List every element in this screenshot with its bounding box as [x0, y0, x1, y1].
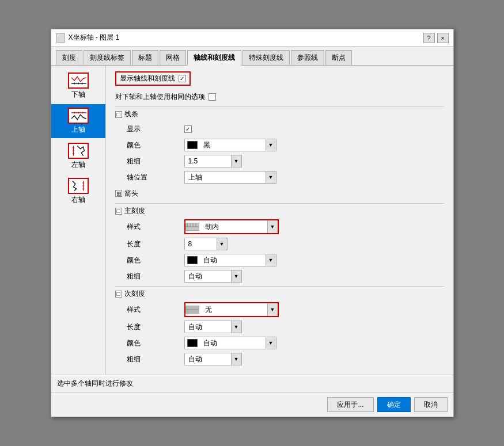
minor-style-label: 样式	[115, 305, 184, 315]
major-tick-collapse[interactable]: □	[115, 208, 122, 215]
major-width-value: 自动	[185, 272, 231, 281]
window-title: X坐标轴 - 图层 1	[69, 33, 120, 43]
line-color-select[interactable]: 黑 ▼	[184, 139, 276, 151]
ok-button[interactable]: 确定	[377, 397, 411, 412]
line-position-arrow[interactable]: ▼	[266, 171, 276, 183]
tab-tick-labels[interactable]: 刻度线标签	[84, 50, 131, 65]
major-style-label: 样式	[115, 222, 184, 232]
major-width-select[interactable]: 自动 ▼	[184, 270, 242, 283]
major-style-arrow[interactable]: ▼	[267, 220, 278, 233]
line-section-header: □ 线条	[115, 109, 444, 119]
tab-ref-lines[interactable]: 参照线	[291, 50, 324, 65]
minor-color-select[interactable]: 自动 ▼	[184, 337, 276, 349]
tab-special-ticks[interactable]: 特殊刻度线	[242, 50, 290, 65]
line-color-arrow[interactable]: ▼	[266, 139, 276, 151]
tab-break-points[interactable]: 断点	[325, 50, 352, 65]
line-show-checkbox[interactable]	[184, 125, 192, 133]
bottom-axis-label: 下轴	[71, 90, 85, 100]
sidebar-item-left-axis[interactable]: 左轴	[51, 139, 105, 173]
left-axis-label: 左轴	[71, 160, 85, 170]
cancel-button[interactable]: 取消	[414, 397, 448, 412]
main-panel: 显示轴线和刻度线 对下轴和上轴使用相同的选项 □ 线条 显示 颜色	[106, 66, 453, 375]
bottom-axis-icon	[68, 73, 89, 89]
line-color-swatch	[187, 141, 198, 149]
major-style-preview	[185, 223, 199, 231]
show-axis-label: 显示轴线和刻度线	[120, 74, 175, 83]
major-style-row: 样式 朝内	[115, 219, 444, 234]
line-section-collapse[interactable]: □	[115, 111, 122, 118]
title-bar-controls: ? ×	[423, 33, 449, 43]
footer-status: 选中多个轴同时进行修改	[51, 375, 453, 392]
minor-color-arrow[interactable]: ▼	[266, 337, 276, 349]
minor-width-arrow[interactable]: ▼	[231, 353, 241, 365]
left-axis-icon	[68, 143, 89, 159]
minor-width-label: 粗细	[115, 354, 184, 364]
line-width-select[interactable]: 1.5 ▼	[184, 155, 242, 167]
minor-length-row: 长度 自动 ▼	[115, 321, 444, 333]
major-length-select[interactable]: 8 ▼	[184, 238, 228, 250]
sidebar: 下轴 上轴	[51, 66, 106, 375]
minor-color-swatch	[187, 339, 198, 347]
content-area: 下轴 上轴	[51, 66, 453, 375]
major-length-value: 8	[185, 240, 217, 248]
title-bar: X坐标轴 - 图层 1 ? ×	[51, 29, 453, 47]
minor-style-row: 样式 无 ▼	[115, 302, 444, 317]
help-button[interactable]: ?	[423, 33, 435, 43]
minor-tick-section-label: 次刻度	[124, 289, 145, 299]
show-axis-row: 显示轴线和刻度线	[115, 71, 444, 86]
major-width-arrow[interactable]: ▼	[231, 270, 241, 282]
line-position-select[interactable]: 上轴 ▼	[184, 171, 276, 184]
top-axis-icon	[68, 108, 89, 124]
top-axis-label: 上轴	[71, 125, 85, 135]
minor-style-arrow[interactable]: ▼	[267, 303, 278, 316]
major-style-select[interactable]: 朝内 ▼	[185, 220, 278, 233]
right-axis-label: 右轴	[71, 195, 85, 205]
close-button[interactable]: ×	[437, 33, 449, 43]
minor-color-value: 自动	[200, 338, 266, 348]
window-icon	[56, 33, 65, 43]
minor-width-value: 自动	[185, 354, 231, 364]
status-text: 选中多个轴同时进行修改	[57, 379, 133, 387]
same-as-bottom-checkbox[interactable]	[209, 93, 216, 101]
line-position-value: 上轴	[185, 173, 266, 182]
major-color-select[interactable]: 自动 ▼	[184, 254, 276, 266]
minor-length-label: 长度	[115, 322, 184, 332]
same-as-bottom-label: 对下轴和上轴使用相同的选项	[115, 92, 205, 102]
arrow-expand[interactable]: ⊞	[115, 190, 122, 197]
right-axis-icon	[68, 178, 89, 194]
sidebar-item-bottom-axis[interactable]: 下轴	[51, 69, 105, 103]
show-axis-checkbox[interactable]	[179, 75, 186, 82]
minor-width-row: 粗细 自动 ▼	[115, 353, 444, 365]
major-style-value: 朝内	[202, 222, 267, 232]
line-section-label: 线条	[124, 109, 138, 119]
sidebar-item-top-axis[interactable]: 上轴	[51, 104, 105, 138]
line-width-value: 1.5	[185, 157, 231, 165]
major-tick-section-header: □ 主刻度	[115, 206, 444, 216]
major-color-arrow[interactable]: ▼	[266, 254, 276, 266]
minor-length-select[interactable]: 自动 ▼	[184, 321, 242, 333]
line-position-row: 轴位置 上轴 ▼	[115, 171, 444, 184]
divider-3	[115, 286, 444, 287]
divider-2	[115, 203, 444, 204]
tab-axis-ticks[interactable]: 轴线和刻度线	[187, 50, 241, 66]
minor-style-select[interactable]: 无 ▼	[185, 303, 278, 316]
major-length-arrow[interactable]: ▼	[217, 238, 227, 250]
line-position-label: 轴位置	[115, 173, 184, 182]
line-width-arrow[interactable]: ▼	[231, 155, 241, 167]
major-tick-section-label: 主刻度	[124, 206, 145, 216]
line-width-row: 粗细 1.5 ▼	[115, 155, 444, 167]
tab-grid[interactable]: 网格	[160, 50, 186, 65]
tab-title[interactable]: 标题	[132, 50, 158, 65]
major-color-row: 颜色 自动 ▼	[115, 254, 444, 266]
minor-color-label: 颜色	[115, 338, 184, 348]
tab-bar: 刻度 刻度线标签 标题 网格 轴线和刻度线 特殊刻度线 参照线 断点	[51, 47, 453, 66]
sidebar-item-right-axis[interactable]: 右轴	[51, 174, 105, 208]
apply-button[interactable]: 应用于...	[327, 397, 373, 412]
line-width-label: 粗细	[115, 157, 184, 166]
minor-width-select[interactable]: 自动 ▼	[184, 353, 242, 365]
tab-ticks[interactable]: 刻度	[56, 50, 82, 65]
line-color-value: 黑	[200, 140, 266, 150]
minor-length-arrow[interactable]: ▼	[231, 321, 241, 333]
minor-tick-section-header: □ 次刻度	[115, 289, 444, 299]
minor-tick-collapse[interactable]: □	[115, 291, 122, 298]
